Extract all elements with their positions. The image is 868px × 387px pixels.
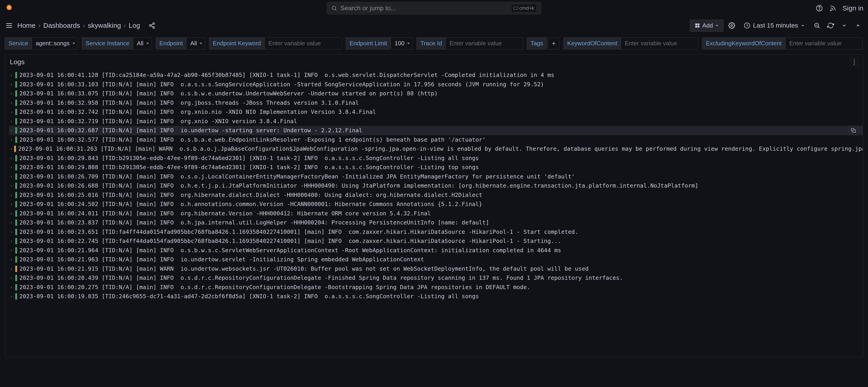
panel-title[interactable]: Logs: [10, 58, 25, 66]
log-expand-toggle[interactable]: ›: [10, 172, 14, 181]
var-keyword-of-content-label: KeywordOfContent: [563, 37, 621, 50]
log-expand-toggle[interactable]: ›: [10, 283, 14, 291]
log-row[interactable]: ›2023-09-01 16:00:21.915 [TID:N/A] [main…: [9, 264, 863, 273]
log-row[interactable]: ›2023-09-01 16:00:23.651 [TID:fa4ff44da0…: [9, 227, 863, 237]
log-text: 2023-09-01 16:00:32.687 [TID:N/A] [main]…: [19, 126, 362, 135]
log-expand-toggle[interactable]: ›: [10, 200, 14, 208]
log-row[interactable]: ›2023-09-01 16:00:29.808 [TID:b291305e-e…: [9, 163, 863, 172]
help-button[interactable]: [815, 4, 823, 12]
log-expand-toggle[interactable]: ›: [10, 90, 14, 98]
log-level-indicator: [15, 164, 17, 170]
log-row[interactable]: ›2023-09-01 16:00:33.103 [TID:N/A] [main…: [9, 80, 863, 89]
log-row[interactable]: ›2023-09-01 16:00:24.011 [TID:N/A] [main…: [9, 209, 863, 218]
log-row[interactable]: ›2023-09-01 16:00:31.263 [TID:N/A] [main…: [9, 144, 863, 154]
var-service-select[interactable]: agent::songs: [32, 37, 78, 50]
log-row[interactable]: ›2023-09-01 16:00:26.709 [TID:N/A] [main…: [9, 172, 863, 182]
breadcrumb-dashboards[interactable]: Dashboards: [43, 22, 80, 29]
log-expand-toggle[interactable]: ›: [10, 154, 14, 162]
log-expand-toggle[interactable]: ›: [10, 228, 14, 236]
log-expand-toggle[interactable]: ›: [10, 246, 14, 255]
log-expand-toggle[interactable]: ›: [10, 219, 14, 227]
log-expand-toggle[interactable]: ›: [10, 80, 14, 89]
refresh-interval-button[interactable]: [839, 20, 850, 31]
panel-menu-button[interactable]: [850, 58, 858, 66]
log-row[interactable]: ›2023-09-01 16:00:26.688 [TID:N/A] [main…: [9, 181, 863, 191]
var-keyword-of-content-input[interactable]: [621, 37, 698, 50]
var-service-instance-select[interactable]: All: [133, 37, 152, 50]
log-text: 2023-09-01 16:00:32.577 [TID:N/A] [main]…: [19, 135, 486, 144]
log-level-indicator: [14, 146, 16, 152]
add-button-label: Add: [702, 22, 713, 29]
chevron-down-icon: [842, 23, 846, 28]
log-text: 2023-09-01 16:00:32.742 [TID:N/A] [main]…: [19, 107, 376, 117]
copy-log-button[interactable]: [849, 126, 858, 135]
search-input[interactable]: [340, 5, 511, 12]
log-expand-toggle[interactable]: ›: [10, 108, 14, 116]
log-row[interactable]: ›2023-09-01 16:00:21.964 [TID:N/A] [main…: [9, 246, 863, 255]
svg-line-21: [818, 27, 820, 28]
var-tags-add-button[interactable]: +: [548, 38, 560, 50]
log-row[interactable]: ›2023-09-01 16:00:33.075 [TID:N/A] [main…: [9, 89, 863, 98]
var-excluding-keyword-of-content-input[interactable]: [785, 37, 863, 50]
var-endpoint-limit-select[interactable]: 100: [391, 37, 413, 50]
log-row[interactable]: ›2023-09-01 16:00:21.963 [TID:N/A] [main…: [9, 255, 863, 264]
log-row[interactable]: ›2023-09-01 16:00:22.745 [TID:fa4ff44da0…: [9, 236, 863, 246]
log-expand-toggle[interactable]: ›: [10, 274, 14, 282]
log-expand-toggle[interactable]: ›: [10, 126, 14, 134]
log-row[interactable]: ›2023-09-01 16:00:41.128 [TID:ca25184e-a…: [9, 71, 863, 80]
collapse-button[interactable]: [852, 20, 863, 31]
news-button[interactable]: [829, 4, 837, 12]
log-level-indicator: [15, 220, 17, 226]
log-row[interactable]: ›2023-09-01 16:00:23.837 [TID:N/A] [main…: [9, 218, 863, 227]
settings-button[interactable]: [726, 20, 737, 31]
log-row[interactable]: ›2023-09-01 16:00:25.016 [TID:N/A] [main…: [9, 191, 863, 200]
panel-add-icon: [694, 23, 700, 28]
refresh-button[interactable]: [825, 20, 836, 31]
log-row[interactable]: ›2023-09-01 16:00:29.843 [TID:b291305e-e…: [9, 154, 863, 163]
log-row[interactable]: ›2023-09-01 16:00:20.275 [TID:N/A] [main…: [9, 283, 863, 292]
sign-in-link[interactable]: Sign in: [842, 4, 863, 12]
log-expand-toggle[interactable]: ›: [10, 136, 14, 144]
log-row[interactable]: ›2023-09-01 16:00:24.502 [TID:N/A] [main…: [9, 200, 863, 209]
log-expand-toggle[interactable]: ›: [10, 99, 14, 107]
log-expand-toggle[interactable]: ›: [10, 191, 14, 199]
log-level-indicator: [15, 183, 17, 189]
grafana-logo[interactable]: [5, 4, 14, 13]
breadcrumb-sep: ›: [83, 22, 85, 29]
log-row[interactable]: ›2023-09-01 16:00:19.835 [TID:246c9655-d…: [9, 292, 863, 301]
zoom-out-button[interactable]: [811, 20, 823, 31]
log-expand-toggle[interactable]: ›: [10, 255, 14, 264]
var-service-label: Service: [5, 37, 32, 50]
log-row[interactable]: ›2023-09-01 16:00:32.958 [TID:N/A] [main…: [9, 98, 863, 108]
add-button[interactable]: Add: [690, 20, 723, 32]
time-picker[interactable]: Last 15 minutes: [740, 19, 809, 32]
var-trace-id-input[interactable]: [445, 37, 523, 50]
log-row[interactable]: ›2023-09-01 16:00:20.439 [TID:N/A] [main…: [9, 273, 863, 283]
log-expand-toggle[interactable]: ›: [10, 71, 14, 79]
log-expand-toggle[interactable]: ›: [10, 145, 13, 153]
chevron-up-icon: [856, 23, 861, 28]
breadcrumb-home[interactable]: Home: [17, 22, 35, 29]
log-row[interactable]: ›2023-09-01 16:00:32.719 [TID:N/A] [main…: [9, 117, 863, 126]
breadcrumb-skywalking[interactable]: skywalking: [88, 22, 121, 29]
log-row[interactable]: ›2023-09-01 16:00:32.577 [TID:N/A] [main…: [9, 135, 863, 144]
log-expand-toggle[interactable]: ›: [10, 182, 14, 190]
log-level-indicator: [15, 90, 17, 97]
log-expand-toggle[interactable]: ›: [10, 117, 14, 125]
log-expand-toggle[interactable]: ›: [10, 209, 14, 218]
menu-toggle[interactable]: [5, 21, 14, 30]
var-endpoint-keyword-input[interactable]: [265, 37, 342, 50]
search-box[interactable]: cmd+k: [327, 2, 541, 14]
log-row[interactable]: ›2023-09-01 16:00:32.742 [TID:N/A] [main…: [9, 107, 863, 117]
log-expand-toggle[interactable]: ›: [10, 163, 14, 171]
log-level-indicator: [15, 137, 17, 143]
log-level-indicator: [15, 211, 17, 217]
log-expand-toggle[interactable]: ›: [10, 292, 14, 300]
log-expand-toggle[interactable]: ›: [10, 237, 14, 245]
log-expand-toggle[interactable]: ›: [10, 265, 14, 273]
svg-point-5: [831, 9, 832, 10]
log-row[interactable]: ›2023-09-01 16:00:32.687 [TID:N/A] [main…: [9, 126, 863, 135]
top-nav: cmd+k Sign in: [0, 0, 868, 17]
share-button[interactable]: [147, 20, 157, 31]
var-endpoint-select[interactable]: All: [186, 37, 205, 50]
